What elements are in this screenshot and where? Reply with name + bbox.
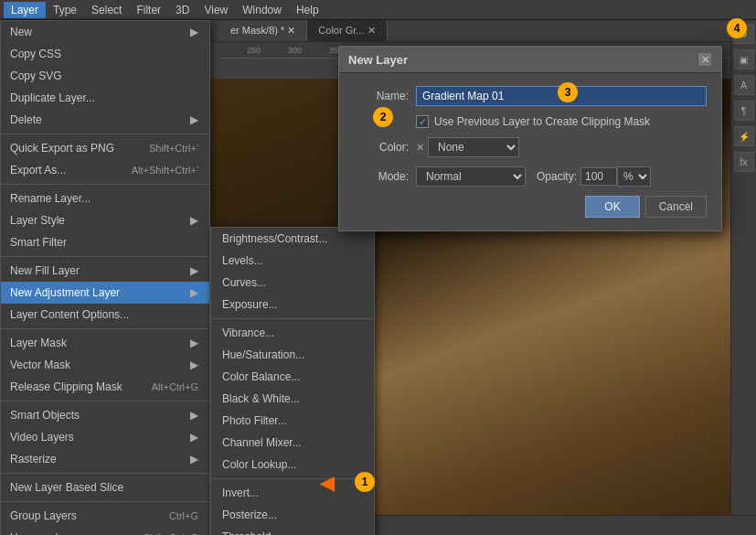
menu-item-new[interactable]: New ▶ — [1, 21, 209, 43]
annotation-1: 1 — [355, 472, 375, 492]
menu-item-quick-export[interactable]: Quick Export as PNG Shift+Ctrl+' — [1, 137, 209, 159]
submenu-invert[interactable]: Invert... — [211, 482, 374, 504]
separator-7 — [1, 501, 209, 502]
opacity-input[interactable] — [580, 167, 617, 186]
menu-layer[interactable]: Layer — [4, 2, 46, 18]
menu-item-rasterize[interactable]: Rasterize ▶ — [1, 448, 209, 470]
shortcut-quick-export: Shift+Ctrl+' — [149, 143, 198, 154]
menu-select[interactable]: Select — [84, 2, 129, 18]
annotation-4: 4 — [727, 18, 747, 38]
new-layer-dialog: New Layer ✕ Name: ✓ Use Previous Layer t… — [338, 46, 722, 231]
menu-item-ungroup[interactable]: Ungroup Layers Shift+Ctrl+G — [1, 527, 209, 535]
cancel-button[interactable]: Cancel — [645, 196, 707, 218]
menu-3d[interactable]: 3D — [168, 2, 197, 18]
menu-item-export-as[interactable]: Export As... Alt+Shift+Ctrl+' — [1, 159, 209, 181]
menu-type[interactable]: Type — [46, 2, 84, 18]
menu-item-copy-css[interactable]: Copy CSS — [1, 43, 209, 65]
right-tool-6[interactable]: fx — [734, 152, 754, 172]
menu-item-video-layers[interactable]: Video Layers ▶ — [1, 426, 209, 448]
dialog-body: Name: ✓ Use Previous Layer to Create Cli… — [339, 73, 721, 230]
submenu-channel-mixer[interactable]: Channel Mixer... — [211, 432, 374, 454]
separator-5 — [1, 401, 209, 401]
submenu-color-balance[interactable]: Color Balance... — [211, 366, 374, 388]
opacity-label: Opacity: — [537, 170, 577, 183]
right-tool-5[interactable]: ⚡ — [734, 126, 754, 146]
menu-item-layer-content[interactable]: Layer Content Options... — [1, 304, 209, 326]
submenu-threshold[interactable]: Threshold... — [211, 526, 374, 535]
arrow-icon: ▶ — [190, 358, 198, 371]
arrow-icon: ▶ — [190, 337, 198, 349]
mode-label: Mode: — [354, 170, 409, 183]
menu-item-delete[interactable]: Delete ▶ — [1, 109, 209, 131]
arrow-icon: ▶ — [190, 214, 198, 227]
submenu-hue-sat[interactable]: Hue/Saturation... — [211, 344, 374, 366]
arrow-icon: ▶ — [190, 113, 198, 126]
arrow-icon: ▶ — [190, 286, 198, 299]
dialog-close-button[interactable]: ✕ — [697, 52, 712, 67]
arrow-icon: ▶ — [190, 264, 198, 277]
separator-2 — [1, 184, 209, 185]
menu-filter[interactable]: Filter — [129, 2, 168, 18]
menu-item-vector-mask[interactable]: Vector Mask ▶ — [1, 354, 209, 376]
shortcut-export-as: Alt+Shift+Ctrl+' — [132, 165, 198, 176]
submenu-posterize[interactable]: Posterize... — [211, 504, 374, 526]
submenu-exposure[interactable]: Exposure... — [211, 294, 374, 316]
menu-item-new-fill[interactable]: New Fill Layer ▶ — [1, 260, 209, 282]
color-select[interactable]: None — [428, 137, 519, 157]
clipping-mask-label: Use Previous Layer to Create Clipping Ma… — [434, 115, 650, 128]
sub-sep-2 — [211, 478, 374, 479]
submenu-adjustment: Brightness/Contrast... Levels... Curves.… — [210, 227, 375, 535]
menu-item-new-adjustment[interactable]: New Adjustment Layer ▶ — [1, 282, 209, 304]
menu-item-copy-svg[interactable]: Copy SVG — [1, 65, 209, 87]
separator-6 — [1, 473, 209, 474]
tab-color[interactable]: Color Gr... ✕ — [307, 20, 387, 41]
menu-item-layer-mask[interactable]: Layer Mask ▶ — [1, 332, 209, 354]
menu-item-new-layer-slice[interactable]: New Layer Based Slice — [1, 476, 209, 498]
menu-bar: Layer Type Select Filter 3D View Window … — [0, 0, 756, 20]
right-toolbar: ⚙ ▣ A ¶ ⚡ fx — [730, 20, 756, 535]
right-tool-3[interactable]: A — [734, 75, 754, 95]
menu-item-rename[interactable]: Rename Layer... — [1, 187, 209, 209]
dialog-name-row: Name: — [354, 86, 707, 106]
menu-window[interactable]: Window — [235, 2, 289, 18]
shortcut-group: Ctrl+G — [169, 510, 198, 521]
submenu-vibrance[interactable]: Vibrance... — [211, 322, 374, 344]
mode-row: Mode: Normal Opacity: % — [354, 166, 707, 187]
submenu-curves[interactable]: Curves... — [211, 272, 374, 294]
arrow-icon: ▶ — [190, 453, 198, 465]
checkbox-row: ✓ Use Previous Layer to Create Clipping … — [354, 115, 707, 128]
opacity-unit-select[interactable]: % — [617, 166, 651, 187]
menu-item-smart-objects[interactable]: Smart Objects ▶ — [1, 404, 209, 426]
tab-mask[interactable]: er Mask/8) * ✕ — [219, 20, 307, 41]
separator-3 — [1, 256, 209, 257]
color-row: Color: ✕ None — [354, 137, 707, 157]
annotation-3: 3 — [558, 82, 578, 102]
color-label: Color: — [354, 141, 409, 154]
menu-item-duplicate[interactable]: Duplicate Layer... — [1, 87, 209, 109]
submenu-photo-filter[interactable]: Photo Filter... — [211, 410, 374, 432]
clipping-mask-checkbox[interactable]: ✓ — [416, 115, 429, 128]
dialog-title-bar: New Layer ✕ — [339, 47, 721, 73]
layer-menu: New ▶ Copy CSS Copy SVG Duplicate Layer.… — [0, 20, 210, 535]
menu-view[interactable]: View — [197, 2, 235, 18]
right-tool-2[interactable]: ▣ — [734, 49, 754, 70]
ok-button[interactable]: OK — [585, 196, 639, 218]
submenu-color-lookup[interactable]: Color Lookup... — [211, 454, 374, 476]
submenu-black-white[interactable]: Black & White... — [211, 388, 374, 410]
name-label: Name: — [354, 90, 409, 102]
menu-help[interactable]: Help — [289, 2, 326, 18]
dialog-title: New Layer — [348, 53, 408, 67]
separator-1 — [1, 134, 209, 134]
arrow-left-indicator: ◀ — [320, 472, 334, 494]
menu-item-group-layers[interactable]: Group Layers Ctrl+G — [1, 505, 209, 527]
mode-select[interactable]: Normal — [416, 166, 526, 187]
submenu-levels[interactable]: Levels... — [211, 250, 374, 272]
menu-item-release-clipping[interactable]: Release Clipping Mask Alt+Ctrl+G — [1, 376, 209, 398]
menu-item-layer-style[interactable]: Layer Style ▶ — [1, 209, 209, 231]
arrow-icon: ▶ — [190, 409, 198, 422]
color-x-icon: ✕ — [416, 142, 424, 154]
dialog-footer: OK Cancel — [354, 196, 707, 218]
arrow-icon: ▶ — [190, 431, 198, 444]
menu-item-smart-filter[interactable]: Smart Filter — [1, 231, 209, 253]
right-tool-4[interactable]: ¶ — [734, 101, 754, 121]
